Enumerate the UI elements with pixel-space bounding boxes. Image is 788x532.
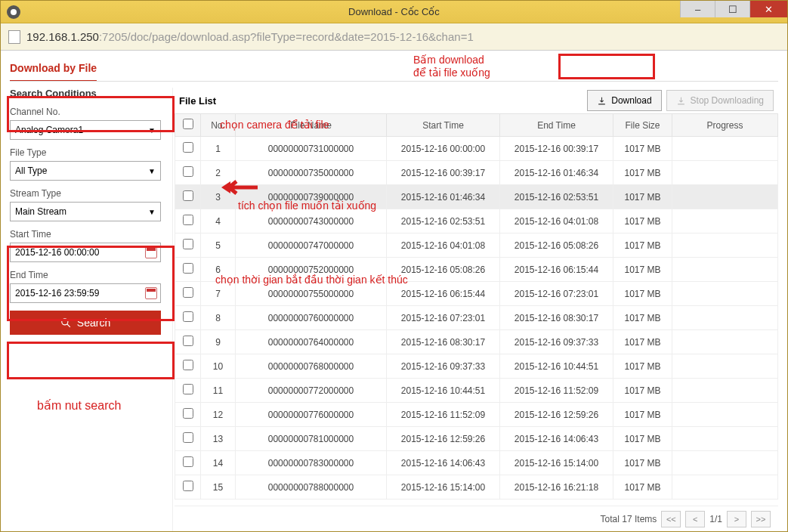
page-next[interactable]: > [727,511,746,527]
cell-size: 1017 MB [613,161,672,185]
row-checkbox[interactable] [183,263,193,274]
pager: Total 17 Items << < 1/1 > >> [175,506,778,531]
cell-filename: 00000000781000000 [236,427,387,451]
cell-end: 2015-12-16 12:59:26 [500,403,613,427]
cell-progress [672,234,778,258]
cell-end: 2015-12-16 02:53:51 [500,185,613,209]
chevron-down-icon: ▼ [148,126,156,135]
cell-filename: 00000000735000000 [236,161,387,185]
cell-size: 1017 MB [613,403,672,427]
filetype-select[interactable]: All Type▼ [10,161,161,181]
cell-progress [672,137,778,161]
endtime-label: End Time [10,270,165,280]
row-checkbox[interactable] [183,408,193,419]
cell-no: 9 [201,330,236,354]
table-row[interactable]: 2 00000000735000000 2015-12-16 00:39:17 … [175,161,778,185]
calendar-icon[interactable] [145,287,157,299]
sidebar: Search Conditions Channel No. Analog Cam… [10,88,172,531]
cell-size: 1017 MB [613,282,672,306]
row-checkbox[interactable] [183,456,193,467]
cell-progress [672,379,778,403]
page-prev[interactable]: < [685,511,705,527]
cell-size: 1017 MB [613,185,672,209]
row-checkbox[interactable] [183,481,193,491]
search-conditions-title: Search Conditions [10,88,165,99]
table-wrap[interactable]: No. File Name Start Time End Time File S… [175,113,778,506]
close-button[interactable]: ✕ [749,1,787,17]
cell-filename: 00000000764000000 [236,330,387,354]
cell-end: 2015-12-16 07:23:01 [500,282,613,306]
col-start: Start Time [387,114,500,137]
starttime-input[interactable]: 2015-12-16 00:00:00 [10,243,161,262]
cell-start: 2015-12-16 07:23:01 [387,306,500,330]
cell-no: 5 [201,234,236,258]
table-row[interactable]: 5 00000000747000000 2015-12-16 04:01:08 … [175,234,778,258]
starttime-label: Start Time [10,229,165,240]
col-no: No. [201,114,236,137]
streamtype-select[interactable]: Main Stream▼ [10,202,161,221]
row-checkbox[interactable] [183,142,193,153]
stop-download-button[interactable]: Stop Downloading [666,90,774,111]
select-all-checkbox[interactable] [183,119,193,129]
content: Download by File Search Conditions Chann… [1,51,787,531]
tab-download-by-file[interactable]: Download by File [10,62,97,82]
table-row[interactable]: 10 00000000768000000 2015-12-16 09:37:33… [175,354,778,379]
table-row[interactable]: 1 00000000731000000 2015-12-16 00:00:00 … [175,137,778,161]
row-checkbox[interactable] [183,384,193,394]
row-checkbox[interactable] [183,215,193,225]
row-checkbox[interactable] [183,166,193,177]
url-text[interactable]: 192.168.1.250:7205/doc/page/download.asp… [26,30,474,43]
table-row[interactable]: 7 00000000755000000 2015-12-16 06:15:44 … [175,282,778,306]
row-checkbox[interactable] [183,360,193,370]
cell-no: 11 [201,379,236,403]
row-checkbox[interactable] [183,311,193,322]
table-row[interactable]: 6 00000000752000000 2015-12-16 05:08:26 … [175,258,778,282]
row-checkbox[interactable] [183,432,193,443]
channel-label: Channel No. [10,107,165,117]
cell-no: 15 [201,475,236,500]
svg-line-1 [67,324,70,327]
cell-start: 2015-12-16 05:08:26 [387,258,500,282]
cell-no: 13 [201,427,236,451]
filelist-title: File List [179,95,216,107]
cell-end: 2015-12-16 10:44:51 [500,354,613,379]
endtime-input[interactable]: 2015-12-16 23:59:59 [10,283,161,303]
row-checkbox[interactable] [183,287,193,298]
cell-progress [672,475,778,500]
download-button[interactable]: Download [587,90,661,111]
row-checkbox[interactable] [183,239,193,249]
col-size: File Size [613,114,672,137]
cell-end: 2015-12-16 01:46:34 [500,161,613,185]
table-row[interactable]: 4 00000000743000000 2015-12-16 02:53:51 … [175,209,778,234]
cell-filename: 00000000768000000 [236,354,387,379]
page-last[interactable]: >> [751,511,771,527]
cell-filename: 00000000755000000 [236,282,387,306]
calendar-icon[interactable] [145,246,157,258]
cell-start: 2015-12-16 09:37:33 [387,354,500,379]
search-button[interactable]: Search [10,311,161,335]
cell-filename: 00000000739000000 [236,185,387,209]
col-progress: Progress [672,114,778,137]
table-row[interactable]: 8 00000000760000000 2015-12-16 07:23:01 … [175,306,778,330]
channel-select[interactable]: Analog Camera1▼ [10,120,161,140]
cell-start: 2015-12-16 00:00:00 [387,137,500,161]
table-row[interactable]: 14 00000000783000000 2015-12-16 14:06:43… [175,451,778,475]
table-row[interactable]: 3 00000000739000000 2015-12-16 01:46:34 … [175,185,778,209]
download-icon [597,96,607,106]
cell-size: 1017 MB [613,427,672,451]
page-first[interactable]: << [661,511,681,527]
cell-progress [672,427,778,451]
cell-end: 2015-12-16 05:08:26 [500,234,613,258]
filetype-label: File Type [10,147,165,158]
minimize-button[interactable]: – [680,1,715,17]
table-row[interactable]: 13 00000000781000000 2015-12-16 12:59:26… [175,427,778,451]
row-checkbox[interactable] [183,190,193,201]
cell-progress [672,282,778,306]
cell-progress [672,161,778,185]
maximize-button[interactable]: ☐ [715,1,749,17]
table-row[interactable]: 11 00000000772000000 2015-12-16 10:44:51… [175,379,778,403]
table-row[interactable]: 9 00000000764000000 2015-12-16 08:30:17 … [175,330,778,354]
table-row[interactable]: 15 00000000788000000 2015-12-16 15:14:00… [175,475,778,500]
row-checkbox[interactable] [183,336,193,346]
table-row[interactable]: 12 00000000776000000 2015-12-16 11:52:09… [175,403,778,427]
